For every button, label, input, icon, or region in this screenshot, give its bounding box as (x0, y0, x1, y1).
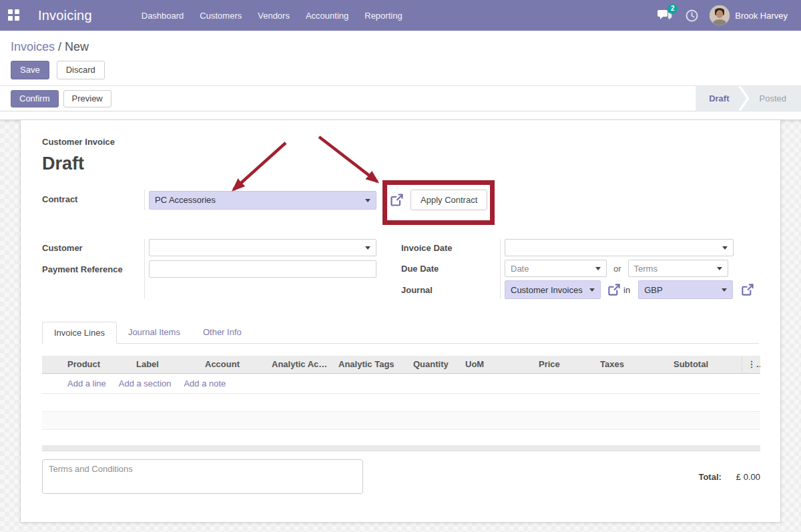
col-quantity: Quantity (408, 356, 460, 373)
dropdown-caret-icon (365, 246, 370, 250)
contract-external-link-icon[interactable] (390, 193, 404, 207)
customer-select[interactable] (149, 239, 376, 256)
table-header-row: Product Label Account Analytic Acc... An… (42, 356, 760, 373)
customer-label: Customer (42, 239, 144, 256)
breadcrumb-invoices-link[interactable]: Invoices (11, 40, 55, 53)
col-product: Product (62, 356, 131, 373)
contract-select[interactable]: PC Accessories (149, 191, 376, 210)
journal-row: Customer Invoices in GBP (505, 280, 754, 299)
dropdown-caret-icon (717, 267, 722, 270)
sheet-footer: Total: £ 0.00 (42, 459, 760, 494)
breadcrumb-current: New (65, 40, 89, 53)
dropdown-caret-icon (595, 267, 601, 270)
confirm-button[interactable]: Confirm (11, 90, 59, 107)
terms-and-conditions-textarea[interactable] (42, 459, 363, 494)
payment-reference-row (149, 260, 376, 278)
payment-reference-input[interactable] (149, 260, 376, 278)
control-panel: Invoices / New Save Discard (0, 31, 801, 86)
main-menu: Dashboard Customers Vendors Accounting R… (134, 1, 411, 30)
journal-select[interactable]: Customer Invoices (505, 280, 601, 299)
menu-reporting[interactable]: Reporting (356, 1, 410, 30)
contract-value: PC Accessories (155, 195, 216, 205)
currency-select[interactable]: GBP (638, 280, 733, 299)
user-name: Brook Harvey (735, 11, 788, 21)
in-label: in (623, 285, 630, 295)
empty-row (42, 429, 760, 445)
journal-label: Journal (401, 280, 500, 299)
invoice-form-sheet: Customer Invoice Draft Contract PC Acces… (20, 119, 781, 523)
add-a-note-link[interactable]: Add a note (184, 378, 226, 388)
apps-grid-square (15, 16, 19, 21)
state-steps: Draft Posted (696, 86, 801, 111)
total-value: £ 0.00 (736, 472, 760, 494)
add-links-row: Add a line Add a section Add a note (42, 373, 760, 393)
journal-external-link-icon[interactable] (607, 283, 621, 296)
form-field-groups: Customer Payment Reference (42, 239, 759, 299)
customer-row (149, 239, 376, 256)
activities-clock-icon[interactable] (683, 7, 700, 24)
form-view-background: Customer Invoice Draft Contract PC Acces… (0, 119, 801, 532)
currency-external-link-icon[interactable] (741, 283, 754, 296)
due-date-label: Due Date (401, 260, 500, 277)
dropdown-caret-icon (722, 246, 728, 250)
payment-terms-select[interactable]: Terms (628, 260, 728, 277)
invoice-date-select[interactable] (505, 239, 734, 256)
preview-button[interactable]: Preview (63, 90, 111, 107)
apps-menu-icon[interactable] (8, 9, 20, 21)
payment-reference-label: Payment Reference (42, 260, 144, 278)
row-handle-column (42, 356, 62, 373)
optional-columns-icon[interactable]: ⋮ (742, 356, 760, 373)
col-price: Price (533, 356, 595, 373)
due-date-placeholder: Date (511, 264, 529, 274)
save-button[interactable]: Save (11, 61, 49, 79)
add-a-line-link[interactable]: Add a line (67, 378, 106, 388)
external-link-icon (390, 193, 404, 207)
messages-count-badge: 2 (668, 4, 678, 14)
systray: 2 Brook Harvey (656, 5, 788, 25)
right-group-fields: Date or Terms Customer Invoices (500, 239, 754, 299)
col-analytic-tags: Analytic Tags (333, 356, 408, 373)
user-menu[interactable]: Brook Harvey (710, 5, 788, 25)
or-label: or (613, 264, 621, 274)
dropdown-caret-icon (365, 199, 370, 202)
discard-button[interactable]: Discard (57, 61, 105, 79)
invoice-state-title: Draft (42, 152, 759, 175)
stripe-row (42, 411, 760, 429)
document-type-label: Customer Invoice (42, 137, 759, 147)
col-label: Label (131, 356, 200, 373)
apps-grid-square (8, 16, 13, 21)
tab-other-info[interactable]: Other Info (192, 322, 253, 344)
breadcrumb: Invoices / New (11, 40, 790, 54)
apps-grid-square (15, 9, 19, 14)
messages-icon[interactable]: 2 (656, 7, 674, 24)
state-posted[interactable]: Posted (741, 86, 801, 111)
col-analytic-account: Analytic Acc... (266, 356, 333, 373)
due-date-select[interactable]: Date (505, 260, 607, 277)
empty-row (42, 393, 760, 411)
apply-contract-button[interactable]: Apply Contract (411, 190, 487, 210)
menu-customers[interactable]: Customers (192, 1, 250, 30)
col-account: Account (200, 356, 266, 373)
menu-vendors[interactable]: Vendors (250, 1, 298, 30)
currency-value: GBP (644, 285, 662, 295)
table-footer-bar (42, 445, 760, 451)
invoice-lines-table: Product Label Account Analytic Acc... An… (42, 356, 760, 451)
tab-invoice-lines[interactable]: Invoice Lines (42, 322, 117, 344)
add-a-section-link[interactable]: Add a section (119, 378, 172, 388)
top-navbar: Invoicing Dashboard Customers Vendors Ac… (0, 0, 801, 31)
state-draft[interactable]: Draft (696, 86, 746, 111)
app-title[interactable]: Invoicing (38, 8, 92, 23)
contract-label: Contract (42, 190, 144, 204)
terms-placeholder: Terms (634, 264, 657, 274)
invoice-date-row (505, 239, 754, 256)
breadcrumb-separator: / (58, 40, 61, 53)
due-date-row: Date or Terms (505, 260, 754, 277)
dropdown-caret-icon (589, 288, 595, 292)
left-group-fields (144, 239, 376, 299)
menu-dashboard[interactable]: Dashboard (134, 1, 192, 30)
total-line: Total: £ 0.00 (698, 459, 760, 494)
menu-accounting[interactable]: Accounting (298, 1, 356, 30)
contract-field-row: Contract PC Accessories Apply Contract (42, 190, 759, 208)
tab-journal-items[interactable]: Journal Items (117, 322, 192, 344)
external-link-icon (741, 283, 754, 296)
